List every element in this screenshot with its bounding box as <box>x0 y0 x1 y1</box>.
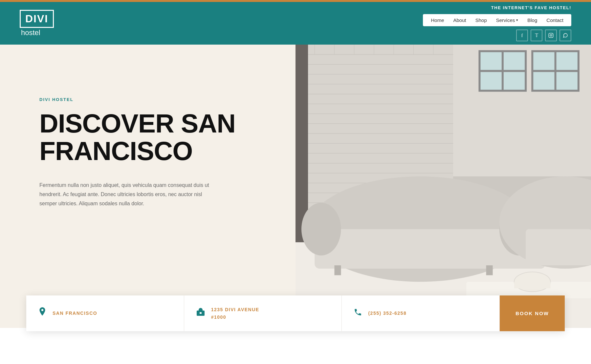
hero-section: DIVI HOSTEL DISCOVER SAN FRANCISCO Ferme… <box>0 45 591 328</box>
hero-subtitle: DIVI HOSTEL <box>39 97 269 102</box>
facebook-icon[interactable]: f <box>516 30 528 41</box>
phone-item: (255) 352-6258 <box>342 295 500 331</box>
svg-rect-47 <box>526 229 591 266</box>
logo-hostel-text: hostel <box>20 29 54 37</box>
logo[interactable]: DIVI hostel <box>20 10 54 37</box>
info-bar: SAN FRANCISCO 1235 DIVI AVENUE #1000 (25… <box>26 295 565 331</box>
nav-home[interactable]: Home <box>431 17 444 23</box>
twitter-icon[interactable]: 𝕋 <box>531 30 542 41</box>
address-icon <box>196 308 205 319</box>
tagline: THE INTERNET'S FAVE HOSTEL! <box>491 5 571 10</box>
location-item: SAN FRANCISCO <box>26 295 184 331</box>
location-text: SAN FRANCISCO <box>53 310 97 317</box>
svg-rect-44 <box>334 265 341 275</box>
hero-body: Fermentum nulla non justo aliquet, quis … <box>39 181 217 208</box>
svg-point-1 <box>550 34 552 36</box>
whatsapp-icon[interactable] <box>559 30 571 41</box>
address-text: 1235 DIVI AVENUE #1000 <box>211 306 259 321</box>
nav-contact[interactable]: Contact <box>546 17 563 23</box>
svg-point-2 <box>552 34 552 34</box>
book-now-button[interactable]: BOOK NOW <box>500 295 565 331</box>
site-header: DIVI hostel THE INTERNET'S FAVE HOSTEL! … <box>0 2 591 45</box>
svg-rect-0 <box>549 33 553 37</box>
instagram-icon[interactable] <box>545 30 557 41</box>
social-icons: f 𝕋 <box>516 30 571 41</box>
hero-image <box>296 45 591 328</box>
svg-point-42 <box>301 203 341 255</box>
address-item: 1235 DIVI AVENUE #1000 <box>184 295 342 331</box>
nav-social-wrapper: Home About Shop Services ▾ Blog Contact … <box>423 14 571 41</box>
logo-box: DIVI <box>20 10 54 28</box>
svg-rect-50 <box>514 282 551 288</box>
svg-rect-45 <box>486 265 493 275</box>
hero-title: DISCOVER SAN FRANCISCO <box>39 110 269 165</box>
nav-services-wrapper: Services ▾ <box>496 17 518 23</box>
nav-blog[interactable]: Blog <box>527 17 537 23</box>
nav-about[interactable]: About <box>453 17 466 23</box>
services-chevron-icon[interactable]: ▾ <box>516 18 518 22</box>
nav-shop[interactable]: Shop <box>475 17 487 23</box>
main-nav: Home About Shop Services ▾ Blog Contact <box>423 14 571 26</box>
header-right: THE INTERNET'S FAVE HOSTEL! Home About S… <box>423 5 571 41</box>
phone-icon <box>354 308 362 319</box>
hero-left: DIVI HOSTEL DISCOVER SAN FRANCISCO Ferme… <box>0 45 296 328</box>
logo-divi-text: DIVI <box>25 13 48 25</box>
svg-rect-52 <box>200 312 202 314</box>
location-icon <box>38 307 47 319</box>
phone-text: (255) 352-6258 <box>368 310 406 317</box>
nav-services[interactable]: Services <box>496 17 515 23</box>
